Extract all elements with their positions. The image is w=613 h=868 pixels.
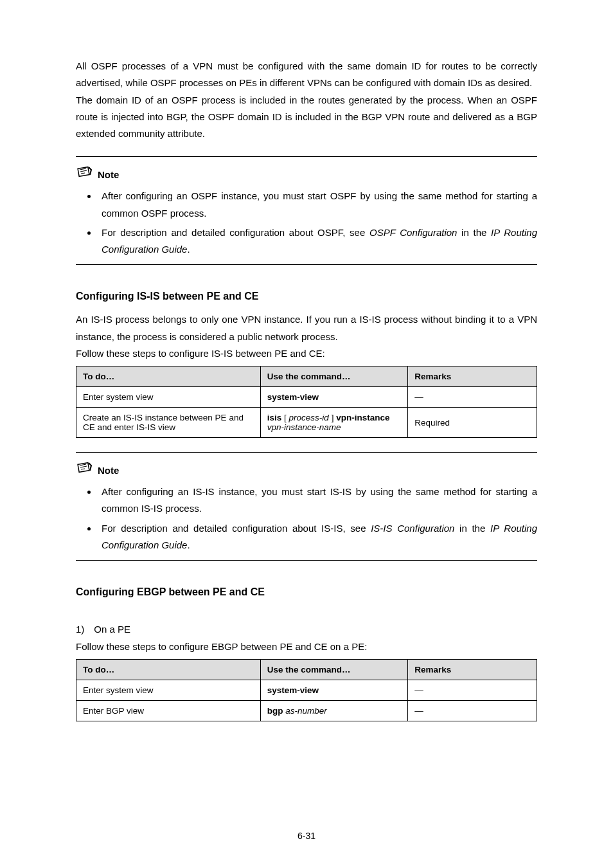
paragraph: The domain ID of an OSPF process is incl… xyxy=(76,92,537,143)
table-cell: isis [ process-id ] vpn-instance vpn-ins… xyxy=(260,408,407,438)
svg-rect-0 xyxy=(78,167,89,177)
text: For description and detailed configurati… xyxy=(102,227,369,238)
list-item: After configuring an OSPF instance, you … xyxy=(98,188,537,222)
bullet-list: After configuring an OSPF instance, you … xyxy=(76,188,537,258)
divider xyxy=(76,156,537,157)
svg-line-2 xyxy=(80,170,87,172)
table-row: Enter BGP view bgp as-number — xyxy=(76,701,537,721)
table-cell: — xyxy=(408,387,537,408)
command: system-view xyxy=(267,685,319,695)
command-kw: vpn-instance xyxy=(336,413,389,422)
table-header: To do… xyxy=(76,660,261,680)
command-arg: as-number xyxy=(283,706,327,716)
note-label: Note xyxy=(98,169,119,180)
command-kw: bgp xyxy=(267,706,283,716)
link-text: IS-IS Configuration xyxy=(371,523,454,534)
text: in the xyxy=(457,227,491,238)
paragraph: Follow these steps to configure IS-IS be… xyxy=(76,345,537,362)
divider xyxy=(76,560,537,561)
note-label: Note xyxy=(98,465,119,476)
text: ] xyxy=(329,413,336,422)
text: For description and detailed configurati… xyxy=(102,523,371,534)
command-arg: process-id xyxy=(289,413,329,422)
table-cell: Enter system view xyxy=(76,680,261,701)
note-icon xyxy=(76,166,94,183)
table-header: Remarks xyxy=(408,660,537,680)
svg-line-3 xyxy=(81,173,85,174)
page-number: 6-31 xyxy=(0,831,613,841)
command-kw: isis xyxy=(267,413,282,422)
table-row: Enter system view system-view — xyxy=(76,387,537,408)
table-row: Create an IS-IS instance between PE and … xyxy=(76,408,537,438)
table-cell: system-view xyxy=(260,387,407,408)
table-header: Use the command… xyxy=(260,366,407,387)
table-cell: Required xyxy=(408,408,537,438)
svg-rect-4 xyxy=(78,463,89,473)
text: in the xyxy=(454,523,490,534)
table-cell: system-view xyxy=(260,680,407,701)
config-table-isis: To do… Use the command… Remarks Enter sy… xyxy=(76,366,537,438)
divider xyxy=(76,452,537,453)
bullet-list: After configuring an IS-IS instance, you… xyxy=(76,484,537,554)
paragraph: An IS-IS process belongs to only one VPN… xyxy=(76,311,537,345)
table-row: Enter system view system-view — xyxy=(76,680,537,701)
list-item: After configuring an IS-IS instance, you… xyxy=(98,484,537,518)
step-label: 1) On a PE xyxy=(76,624,537,635)
divider xyxy=(76,264,537,265)
text: . xyxy=(187,539,190,550)
table-cell: — xyxy=(408,701,537,721)
paragraph: Follow these steps to configure EBGP bet… xyxy=(76,638,537,655)
list-item: For description and detailed configurati… xyxy=(98,224,537,258)
text: . xyxy=(187,244,190,255)
svg-line-6 xyxy=(80,466,87,467)
config-table-ebgp: To do… Use the command… Remarks Enter sy… xyxy=(76,659,537,721)
link-text: OSPF Configuration xyxy=(369,227,457,238)
note-block: Note After configuring an OSPF instance,… xyxy=(76,156,537,265)
table-cell: — xyxy=(408,680,537,701)
heading: Configuring IS-IS between PE and CE xyxy=(76,291,537,302)
command: system-view xyxy=(267,392,319,402)
heading: Configuring EBGP between PE and CE xyxy=(76,586,537,598)
table-header: Remarks xyxy=(408,366,537,387)
svg-line-7 xyxy=(81,469,85,469)
note-block: Note After configuring an IS-IS instance… xyxy=(76,452,537,561)
command-arg: vpn-instance-name xyxy=(267,422,341,432)
paragraph: All OSPF processes of a VPN must be conf… xyxy=(76,58,537,92)
table-header: To do… xyxy=(76,366,261,387)
table-header: Use the command… xyxy=(260,660,407,680)
table-cell: bgp as-number xyxy=(260,701,407,721)
table-cell: Create an IS-IS instance between PE and … xyxy=(76,408,261,438)
list-item: For description and detailed configurati… xyxy=(98,520,537,554)
text: [ xyxy=(281,413,289,422)
table-cell: Enter system view xyxy=(76,387,261,408)
table-cell: Enter BGP view xyxy=(76,701,261,721)
note-icon xyxy=(76,462,94,478)
